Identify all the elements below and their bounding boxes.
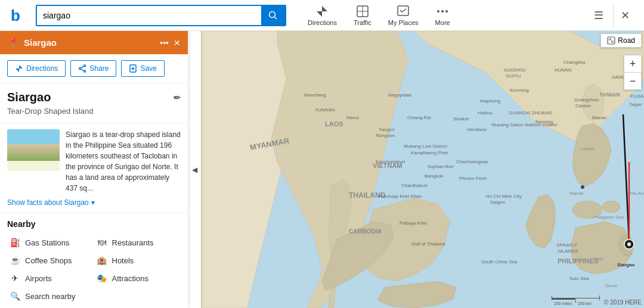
nav-directions[interactable]: Directions: [301, 2, 344, 29]
svg-text:250 miles: 250 miles: [554, 301, 572, 306]
svg-line-17: [81, 69, 84, 71]
place-info: Siargao ✏ Tear-Drop Shaped Island: [0, 83, 188, 123]
svg-point-10: [441, 10, 444, 13]
svg-text:Cebu: Cebu: [593, 257, 603, 261]
svg-text:Suphan Buri: Suphan Buri: [428, 164, 454, 169]
road-button[interactable]: Road: [600, 33, 642, 48]
zoom-controls: + −: [624, 55, 642, 90]
restaurant-icon: 🍽: [97, 237, 107, 248]
svg-text:Philippine Sea: Philippine Sea: [593, 214, 624, 220]
svg-text:LAOS: LAOS: [325, 120, 343, 127]
svg-text:Guangzhou: Guangzhou: [574, 97, 599, 102]
svg-text:Saigon: Saigon: [490, 200, 505, 205]
nearby-section: Nearby ⛽ Gas Stations 🍽 Restaurants ☕ Co…: [0, 213, 188, 305]
attractions-icon: 🎭: [97, 273, 107, 284]
edit-icon[interactable]: ✏: [174, 93, 181, 102]
map-svg: MYANMAR LAOS THAILAND VIETNAM CAMBODIA L…: [188, 31, 644, 308]
nearby-coffee-shops[interactable]: ☕ Coffee Shops: [7, 251, 94, 269]
svg-text:Gulf of Thailand: Gulf of Thailand: [411, 241, 445, 247]
svg-text:Siargao: Siargao: [617, 262, 634, 267]
search-button[interactable]: [261, 6, 285, 25]
bing-logo[interactable]: b: [7, 4, 30, 27]
place-name: Siargao ✏: [7, 91, 181, 104]
search-box: [36, 5, 286, 26]
nearby-title: Nearby: [7, 219, 181, 229]
svg-text:Hanoi: Hanoi: [346, 115, 359, 120]
zoom-out-button[interactable]: −: [624, 73, 641, 89]
copyright-text: © 2019 HERE: [604, 299, 642, 306]
place-close-button[interactable]: ✕: [174, 38, 181, 48]
svg-text:Kamphaeng Phet: Kamphaeng Phet: [411, 150, 448, 155]
svg-text:Haikou: Haikou: [478, 110, 493, 116]
place-description: Siargao is a tear-drop shaped island in …: [66, 129, 181, 194]
svg-text:Phnom Penh: Phnom Penh: [459, 176, 487, 181]
place-subtitle: Tear-Drop Shaped Island: [7, 107, 181, 116]
nav-more[interactable]: More: [428, 2, 457, 29]
svg-text:ISLANDS: ISLANDS: [558, 248, 578, 254]
svg-point-13: [84, 65, 86, 67]
directions-button[interactable]: Directions: [7, 60, 66, 77]
svg-text:Sulu Sea: Sulu Sea: [569, 276, 589, 281]
save-button[interactable]: Save: [121, 60, 164, 77]
svg-rect-90: [575, 298, 576, 303]
svg-text:PHILIPPINES: PHILIPPINES: [558, 257, 598, 265]
place-header-actions: ••• ✕: [160, 38, 181, 48]
svg-point-25: [602, 201, 620, 213]
svg-point-2: [270, 11, 275, 17]
gas-icon: ⛽: [10, 237, 20, 248]
nav-icons: Directions Traffic My Places More: [301, 2, 457, 29]
share-button[interactable]: Share: [70, 60, 116, 77]
svg-text:PALAU: PALAU: [629, 191, 644, 196]
svg-text:Nanchang: Nanchang: [304, 92, 326, 98]
svg-line-3: [275, 17, 277, 19]
svg-text:Rangoon: Rangoon: [376, 133, 395, 138]
svg-text:Yangon: Yangon: [379, 127, 395, 132]
svg-text:YUNNAN: YUNNAN: [315, 107, 335, 113]
svg-marker-12: [16, 65, 23, 72]
nav-my-places[interactable]: My Places: [381, 2, 426, 29]
nearby-airports[interactable]: ✈ Airports: [7, 269, 94, 287]
svg-text:Manila: Manila: [569, 191, 584, 196]
svg-text:GUIZHOU: GUIZHOU: [504, 67, 526, 73]
nearby-gas-stations[interactable]: ⛽ Gas Stations: [7, 234, 94, 251]
svg-text:Chanthaburi: Chanthaburi: [401, 183, 428, 188]
svg-marker-4: [317, 6, 327, 17]
hamburger-button[interactable]: ☰: [589, 4, 608, 27]
place-header-title: Siargao: [24, 38, 155, 48]
svg-text:SPRATLY: SPRATLY: [556, 242, 578, 248]
action-buttons: Directions Share Save: [0, 54, 188, 83]
search-input[interactable]: [37, 6, 261, 25]
search-nearby[interactable]: 🔍 Search nearby: [7, 287, 94, 305]
svg-text:Luzon: Luzon: [581, 146, 595, 151]
zoom-in-button[interactable]: +: [624, 55, 641, 72]
nearby-hotels[interactable]: 🏨 Hotels: [94, 251, 181, 269]
svg-text:Vientiane: Vientiane: [467, 127, 487, 132]
svg-text:Bangkok: Bangkok: [425, 173, 444, 179]
show-facts-link[interactable]: Show facts about Siargao ▾: [0, 194, 188, 213]
svg-text:GUANGXI ZHUANG: GUANGXI ZHUANG: [509, 110, 552, 116]
nearby-grid: ⛽ Gas Stations 🍽 Restaurants ☕ Coffee Sh…: [7, 234, 181, 305]
svg-text:Chachoengsao: Chachoengsao: [456, 159, 488, 164]
chevron-down-icon: ▾: [91, 198, 95, 207]
svg-text:CAMBODIA: CAMBODIA: [349, 228, 382, 235]
place-details: Siargao is a tear-drop shaped island in …: [0, 123, 188, 194]
svg-text:Taipei: Taipei: [629, 102, 642, 107]
svg-text:Mueang Sakon Nakhon District: Mueang Sakon Nakhon District: [491, 122, 558, 127]
svg-text:Canton: Canton: [575, 103, 591, 108]
svg-text:Kanchanaburi: Kanchanaburi: [376, 159, 405, 164]
nav-traffic[interactable]: Traffic: [346, 2, 379, 29]
map-area[interactable]: MYANMAR LAOS THAILAND VIETNAM CAMBODIA L…: [188, 31, 644, 308]
search-nearby-icon: 🔍: [10, 291, 20, 301]
main-layout: 📍 Siargao ••• ✕ Directions Share: [0, 31, 644, 308]
collapse-sidebar-button[interactable]: ◀: [188, 31, 201, 308]
topbar: b Directions Traffic: [0, 0, 644, 31]
svg-text:Ho Chi Minh City: Ho Chi Minh City: [486, 194, 522, 199]
svg-text:FUJIAN: FUJIAN: [630, 94, 644, 99]
close-top-button[interactable]: ✕: [613, 4, 637, 27]
svg-rect-98: [609, 38, 611, 41]
svg-text:TAIWAN: TAIWAN: [599, 92, 620, 98]
svg-text:Macao: Macao: [592, 115, 607, 120]
nearby-restaurants[interactable]: 🍽 Restaurants: [94, 234, 181, 251]
place-more-button[interactable]: •••: [160, 38, 169, 48]
nearby-attractions[interactable]: 🎭 Attractions: [94, 269, 181, 287]
